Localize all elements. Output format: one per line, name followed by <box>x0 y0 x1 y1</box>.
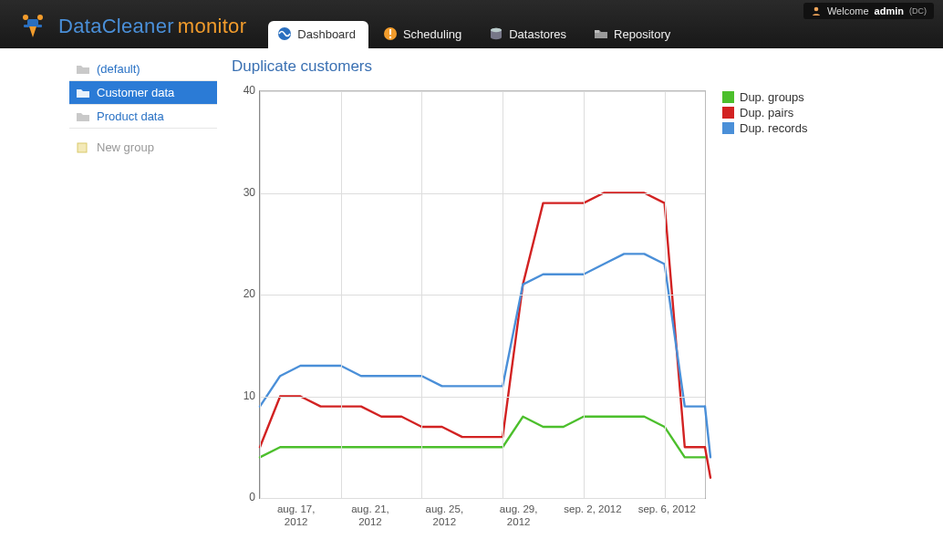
x-axis: aug. 17, 2012aug. 21, 2012aug. 25, 2012a… <box>259 499 706 529</box>
welcome-prefix: Welcome <box>827 5 869 16</box>
chart-legend: Dup. groups Dup. pairs Dup. records <box>722 90 807 137</box>
dashboard-icon <box>277 26 292 41</box>
legend-swatch <box>722 122 734 134</box>
svg-point-8 <box>389 36 391 38</box>
main: (default) Customer data Product data New… <box>0 48 943 529</box>
welcome-user: admin <box>875 5 904 16</box>
tab-label: Repository <box>614 27 670 41</box>
sidebar-item-label: New group <box>97 140 154 154</box>
chart-title: Duplicate customers <box>232 57 934 76</box>
svg-rect-3 <box>24 25 29 27</box>
legend-item-pairs: Dup. pairs <box>722 106 807 119</box>
svg-point-12 <box>814 7 819 12</box>
y-axis: 010203040 <box>230 90 259 499</box>
scheduling-icon <box>383 26 398 41</box>
tab-scheduling[interactable]: Scheduling <box>374 21 474 48</box>
legend-item-groups: Dup. groups <box>722 90 807 104</box>
sidebar-item-label: (default) <box>97 62 140 76</box>
folder-icon <box>77 111 89 122</box>
svg-point-0 <box>23 15 28 20</box>
x-tick: sep. 6, 2012 <box>630 499 704 529</box>
y-tick: 0 <box>249 491 255 503</box>
chart-area: 010203040 Dup. groups Dup. pairs Dup. re… <box>230 87 934 499</box>
legend-label: Dup. groups <box>740 90 804 104</box>
x-tick: sep. 2, 2012 <box>555 499 629 529</box>
y-tick: 20 <box>244 287 255 300</box>
x-tick: aug. 29, 2012 <box>482 499 555 529</box>
legend-label: Dup. pairs <box>740 106 793 119</box>
svg-rect-4 <box>36 25 42 27</box>
x-tick: aug. 21, 2012 <box>333 499 407 529</box>
sidebar-item-label: Customer data <box>97 86 174 99</box>
legend-swatch <box>722 91 734 103</box>
svg-rect-13 <box>78 143 87 152</box>
svg-point-1 <box>37 15 43 20</box>
sidebar-item-default[interactable]: (default) <box>69 57 217 81</box>
legend-swatch <box>722 107 734 119</box>
folder-icon <box>77 88 89 99</box>
folder-icon <box>77 64 89 75</box>
sidebar-item-customer-data[interactable]: Customer data <box>69 81 217 105</box>
plot-box <box>259 90 706 499</box>
series-records <box>260 254 705 406</box>
tab-label: Scheduling <box>403 27 461 41</box>
svg-point-10 <box>491 28 502 32</box>
svg-rect-11 <box>595 30 599 33</box>
repository-icon <box>594 26 608 41</box>
sidebar-item-product-data[interactable]: Product data <box>69 105 217 129</box>
welcome-tenant: (DC) <box>909 6 927 16</box>
y-tick: 10 <box>244 389 255 402</box>
svg-rect-7 <box>389 29 391 35</box>
x-tick: aug. 17, 2012 <box>259 499 333 529</box>
series-pairs <box>260 193 705 448</box>
content: Duplicate customers 010203040 Dup. group… <box>223 57 943 529</box>
brand-icon <box>16 10 49 43</box>
legend-item-records: Dup. records <box>722 121 807 135</box>
main-tabs: Dashboard Scheduling Datastores Reposito… <box>268 21 683 48</box>
x-tick: aug. 25, 2012 <box>408 499 482 529</box>
sidebar-new-group[interactable]: New group <box>69 136 217 159</box>
tab-datastores[interactable]: Datastores <box>480 21 579 48</box>
tab-repository[interactable]: Repository <box>585 21 683 48</box>
y-tick: 30 <box>244 186 255 199</box>
datastores-icon <box>489 26 503 41</box>
user-icon <box>811 5 822 16</box>
note-icon <box>77 142 89 153</box>
tab-label: Datastores <box>509 27 566 41</box>
brand-name-a: DataCleaner <box>58 15 174 38</box>
legend-label: Dup. records <box>740 121 807 135</box>
sidebar: (default) Customer data Product data New… <box>0 57 223 529</box>
top-bar: DataCleaner monitor Dashboard Scheduling… <box>0 0 943 48</box>
tab-dashboard[interactable]: Dashboard <box>268 21 368 48</box>
welcome-badge[interactable]: Welcome admin (DC) <box>803 3 934 19</box>
tab-label: Dashboard <box>297 27 356 41</box>
brand-name-b: monitor <box>178 15 246 38</box>
sidebar-item-label: Product data <box>97 109 164 123</box>
brand: DataCleaner monitor <box>0 10 263 48</box>
y-tick: 40 <box>244 84 255 97</box>
